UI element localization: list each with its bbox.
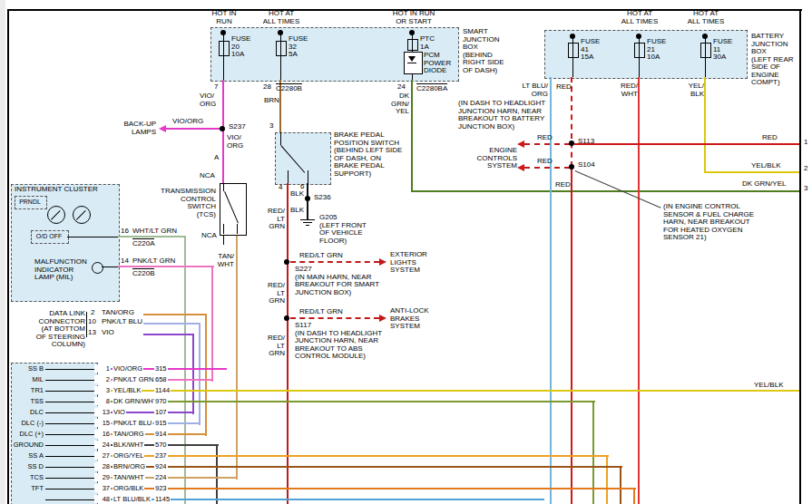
pcm-row-pin: 24 xyxy=(94,441,111,449)
diode-bar xyxy=(407,63,416,63)
pcm-row-circuit: 570 xyxy=(154,441,168,449)
wire-blk-vertical xyxy=(307,183,308,219)
ptc-label: PTC 1A xyxy=(420,35,435,51)
diode-label: PCM POWER DIODE xyxy=(424,52,451,75)
pcm-row-label: DLC (+) xyxy=(9,430,44,438)
pcm-row-tick xyxy=(45,489,96,489)
hot-label-4: HOT AT ALL TIMES xyxy=(617,10,662,25)
wire-label-pnkltgrn: PNK/LT GRN xyxy=(132,257,175,266)
pcm-row-pin: 2 xyxy=(94,375,111,383)
system-exterior-lights: EXTERIOR LIGHTS SYSTEM xyxy=(390,251,427,275)
wire-label-backup-vio-org: VIO/ORG xyxy=(172,118,203,126)
wire-tanorg-v xyxy=(205,314,207,436)
pcm-row-label: TCS xyxy=(9,473,44,481)
fuse-21-symbol xyxy=(634,43,645,58)
wire-label-vio-org-mid: VIO/ ORG xyxy=(227,134,243,150)
dlc-wire-tanorg: TAN/ORG xyxy=(102,309,134,317)
pcm-row-label: SS B xyxy=(9,364,44,373)
instrument-cluster-title: INSTRUMENT CLUSTER xyxy=(15,186,98,194)
pcm-row-wire: BRN/ORG xyxy=(113,462,146,470)
pcm-row-pin: 1 xyxy=(94,364,111,373)
pcm-row-label: DLC xyxy=(9,408,44,416)
branch-s117-dashed xyxy=(290,317,379,319)
wire-label-blk-1: BLK xyxy=(290,190,304,199)
pcm-row-tick xyxy=(45,369,96,370)
nca-lower-label: NCA xyxy=(201,232,217,240)
splice-s117-note: S117 (IN DASH TO HEADLIGHT JUNCTION HARN… xyxy=(295,322,382,361)
branch-s104-dashed xyxy=(524,167,570,169)
connector-c2280b: C2280B xyxy=(276,83,302,93)
arrow-right-icon xyxy=(379,315,386,322)
splice-s104 xyxy=(569,164,574,170)
fuse20-wire xyxy=(223,33,224,80)
nca-upper-label: NCA xyxy=(200,172,215,180)
prndl-label: PRNDL xyxy=(15,199,45,207)
wire-label-redwht: RED/ WHT xyxy=(618,82,638,98)
pcm-row-circuit: 923 xyxy=(154,484,168,492)
splice-s237-label: S237 xyxy=(229,123,246,131)
brake-pin-3: 3 xyxy=(269,122,273,131)
dlc-wire-vio: VIO xyxy=(102,329,114,337)
wire-label-yelblk-edge: YEL/BLK xyxy=(751,162,780,170)
pin-14: 14 xyxy=(120,257,130,266)
wire-row-brnorg xyxy=(98,466,622,468)
pcm-row-tick xyxy=(45,467,96,468)
wire-label-whtltgrn: WHT/LT GRN xyxy=(132,228,177,236)
wire-label-blk-2: BLK xyxy=(290,207,304,215)
pcm-row-label: DLC (-) xyxy=(9,419,44,427)
wire-row-dkgrnwht xyxy=(98,401,595,402)
pcm-row-pin: 13 xyxy=(94,408,111,416)
pcm-row-circuit: 915 xyxy=(154,419,168,427)
system-abs: ANTI-LOCK BRAKES SYSTEM xyxy=(390,307,429,331)
tcs-stub-bl xyxy=(223,224,224,234)
wire-row-orgblk-v xyxy=(633,488,635,504)
diode-icon xyxy=(408,56,416,62)
pcm-row-label: SS D xyxy=(9,462,44,470)
page-ref-1: 1 xyxy=(804,139,807,147)
arrow-right-icon xyxy=(379,258,386,266)
pcm-row-tick xyxy=(45,391,96,392)
wiring-diagram: HOT IN RUN HOT AT ALL TIMES HOT IN RUN O… xyxy=(0,0,812,504)
pcm-row-circuit: 237 xyxy=(154,451,168,460)
wire-label-redltgrn-s227: RED/LT GRN xyxy=(299,252,343,260)
brake-stub-4 xyxy=(288,170,289,183)
wire-vio-h xyxy=(143,334,194,335)
pcm-row-tick xyxy=(45,499,96,500)
fuse-21-label: FUSE 21 10A xyxy=(647,38,666,62)
branch-s113-dashed xyxy=(524,143,570,145)
splice-s113 xyxy=(569,141,574,146)
system-engine-controls: ENGINE CONTROLS SYSTEM xyxy=(470,147,517,170)
wire-row-blkwht-v xyxy=(216,444,218,504)
page-ref-2: 2 xyxy=(804,165,807,173)
mil-wire xyxy=(102,267,118,267)
page-ref-3: 3 xyxy=(804,185,807,193)
wire-row-brnorg-v xyxy=(620,466,621,504)
dlc-pin-13: 13 xyxy=(88,329,96,337)
pcm-row-tick xyxy=(45,445,96,446)
fuse-32-symbol xyxy=(276,41,287,56)
pcm-row-wire: TAN/ORG xyxy=(113,430,145,438)
pcm-row-pin: 16 xyxy=(94,430,111,438)
bus-dot xyxy=(409,30,415,35)
wire-dkgrnyel-vertical xyxy=(411,80,413,192)
fuse-20-symbol xyxy=(219,41,230,56)
wire-tanwht-vertical xyxy=(236,234,238,480)
wire-dkgrnyel-horizontal xyxy=(411,190,800,192)
pcm-row-wire: PNK/LT GRN xyxy=(113,375,154,383)
wire-yelblk-to-edge xyxy=(704,171,800,173)
ground-icon xyxy=(303,222,312,223)
pcm-row-wire: LT BLU/BLK xyxy=(113,495,152,503)
wire-label-vio-org-top: VIO/ ORG xyxy=(200,92,216,108)
wire-label-red-top: RED xyxy=(556,83,572,92)
pcm-row-wire: VIO xyxy=(113,408,126,416)
ground-icon xyxy=(300,219,315,220)
wire-vio-org-vertical xyxy=(222,80,224,183)
wire-label-brn: BRN xyxy=(264,97,279,105)
dlc-pin-10: 10 xyxy=(88,318,96,326)
pcm-row-label: GROUND xyxy=(9,441,44,449)
s104-note: (IN ENGINE CONTROL SENSOR & FUEL CHARGE … xyxy=(663,203,754,242)
fuse32-wire xyxy=(280,33,281,80)
splice-s104-label: S104 xyxy=(578,161,595,170)
connector-c220b: C220B xyxy=(132,268,154,278)
fuse-20-label: FUSE 20 10A xyxy=(231,35,250,59)
